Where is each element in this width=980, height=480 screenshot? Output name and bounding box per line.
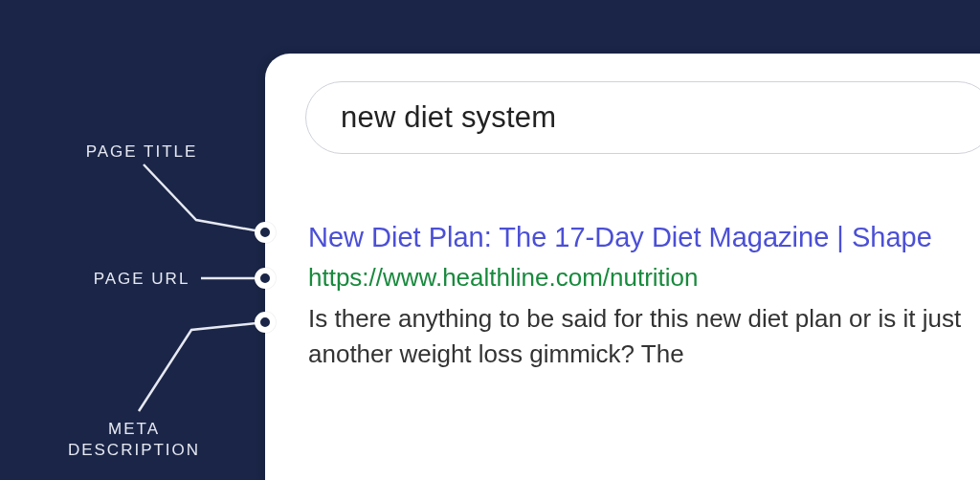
connector-dot-url: [255, 268, 276, 289]
result-description: Is there anything to be said for this ne…: [308, 301, 969, 371]
label-page-url: PAGE URL: [84, 269, 199, 290]
label-meta-description: METADESCRIPTION: [57, 419, 211, 461]
label-page-title: PAGE TITLE: [84, 142, 199, 163]
connector-dot-title: [255, 222, 276, 243]
search-input[interactable]: [341, 100, 959, 135]
result-url[interactable]: https://www.healthline.com/nutrition: [308, 262, 969, 295]
result-title[interactable]: New Diet Plan: The 17-Day Diet Magazine …: [308, 220, 969, 256]
search-result: New Diet Plan: The 17-Day Diet Magazine …: [308, 220, 969, 371]
connector-dot-description: [255, 312, 276, 333]
search-box[interactable]: [305, 81, 980, 154]
